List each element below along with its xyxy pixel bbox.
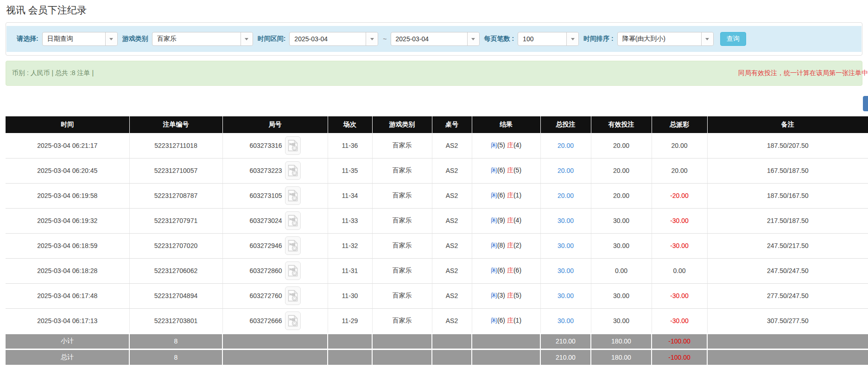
chevron-down-icon[interactable] (467, 32, 479, 45)
page-size-select[interactable]: 100 (518, 32, 579, 46)
total-row-empty-remark (707, 349, 868, 365)
page-size-label: 每页笔数 : (484, 35, 514, 43)
round-id: 603272860 (249, 267, 282, 274)
payout: 20.00 (652, 158, 707, 183)
video-record-icon[interactable] (285, 261, 301, 280)
video-record-icon[interactable] (285, 286, 301, 305)
subtotal-row-empty-game (372, 333, 432, 349)
date-to-picker[interactable]: 2025-03-04 (391, 32, 480, 46)
total-row-empty-result (472, 349, 540, 365)
video-record-icon[interactable] (285, 211, 301, 230)
result-banker: 庄 (507, 166, 513, 174)
bet-time: 2025-03-04 06:19:32 (6, 208, 129, 233)
total-bet-link[interactable]: 20.00 (540, 133, 591, 158)
round-id-cell: 603273024 (222, 208, 328, 233)
search-button[interactable]: 查询 (720, 32, 746, 46)
result-banker-score: (1) (513, 317, 521, 324)
table-row: 2025-03-04 06:19:58522312708787603273105… (6, 183, 868, 208)
valid-bet: 0.00 (591, 258, 652, 283)
summary-bar: 币别 : 人民币 | 总共 :8 注单 | 同局有效投注，统一计算在该局第一张注… (6, 61, 862, 86)
round-id: 603272666 (249, 317, 282, 324)
video-record-icon[interactable] (285, 161, 301, 180)
session: 11-32 (328, 233, 372, 258)
total-bet-link[interactable]: 30.00 (540, 233, 591, 258)
result-banker: 庄 (507, 292, 513, 299)
chevron-down-icon[interactable] (566, 32, 578, 45)
page-size-value: 100 (518, 35, 566, 43)
game-type: 百家乐 (372, 183, 432, 208)
result-banker: 庄 (507, 141, 513, 149)
result-player-score: (6) (497, 166, 505, 174)
table-id: AS2 (432, 233, 472, 258)
total-bet-link[interactable]: 20.00 (540, 158, 591, 183)
chevron-down-icon[interactable] (701, 32, 713, 45)
query-type-select[interactable]: 日期查询 (42, 32, 118, 46)
result-banker-score: (5) (513, 292, 521, 299)
video-record-icon[interactable] (285, 311, 301, 330)
table-id: AS2 (432, 258, 472, 283)
table-row: 2025-03-04 06:21:17522312711018603273316… (6, 133, 868, 158)
remark: 277.50/247.50 (707, 283, 868, 308)
total-bet-link[interactable]: 30.00 (540, 283, 591, 308)
session: 11-31 (328, 258, 372, 283)
remark: 247.50/217.50 (707, 233, 868, 258)
chevron-down-icon[interactable] (241, 32, 253, 45)
video-record-icon[interactable] (285, 236, 301, 255)
subtotal-row-empty-remark (707, 333, 868, 349)
game-type: 百家乐 (372, 133, 432, 158)
remark: 187.50/167.50 (707, 183, 868, 208)
result-banker-score: (4) (513, 216, 521, 224)
table-id: AS2 (432, 208, 472, 233)
total-bet-link[interactable]: 30.00 (540, 208, 591, 233)
total-bet-link[interactable]: 30.00 (540, 258, 591, 283)
total-bet-link[interactable]: 20.00 (540, 183, 591, 208)
table-row: 2025-03-04 06:17:48522312704894603272760… (6, 283, 868, 308)
game-type-select[interactable]: 百家乐 (152, 32, 253, 46)
session: 11-33 (328, 208, 372, 233)
game-type: 百家乐 (372, 208, 432, 233)
result-cell: 闲(5) 庄(4) (472, 133, 540, 158)
valid-bet: 30.00 (591, 233, 652, 258)
table-id: AS2 (432, 283, 472, 308)
game-type: 百家乐 (372, 308, 432, 333)
result-cell: 闲(6) 庄(6) (472, 258, 540, 283)
time-sort-select[interactable]: 降幂(由大到小) (617, 32, 714, 46)
video-record-icon[interactable] (285, 186, 301, 205)
chevron-down-icon[interactable] (105, 32, 117, 45)
bet-id: 522312707971 (129, 208, 222, 233)
session: 11-29 (328, 308, 372, 333)
chevron-down-icon[interactable] (366, 32, 378, 45)
result-player: 闲 (491, 242, 497, 249)
session: 11-35 (328, 158, 372, 183)
bet-records-table: 时间注单编号局号场次游戏类别桌号结果总投注有效投注总派彩备注 2025-03-0… (6, 116, 868, 365)
table-id: AS2 (432, 133, 472, 158)
result-cell: 闲(6) 庄(5) (472, 158, 540, 183)
bet-id: 522312710057 (129, 158, 222, 183)
session: 11-30 (328, 283, 372, 308)
table-id: AS2 (432, 183, 472, 208)
total-bet-link[interactable]: 30.00 (540, 308, 591, 333)
round-id: 603273223 (249, 167, 282, 174)
total-row-empty-session (328, 349, 372, 365)
date-to-value: 2025-03-04 (391, 35, 467, 43)
result-player: 闲 (491, 141, 497, 149)
table-row: 2025-03-04 06:20:45522312710057603273223… (6, 158, 868, 183)
bet-id: 522312707020 (129, 233, 222, 258)
game-type: 百家乐 (372, 258, 432, 283)
result-banker-score: (5) (513, 166, 521, 174)
result-player-score: (8) (497, 242, 505, 249)
remark: 167.50/187.50 (707, 158, 868, 183)
column-header-3: 场次 (328, 116, 372, 133)
partial-edge-button[interactable] (863, 96, 868, 111)
date-from-picker[interactable]: 2025-03-04 (289, 32, 378, 46)
column-header-4: 游戏类别 (372, 116, 432, 133)
result-player-score: (5) (497, 141, 505, 149)
bet-id: 522312708787 (129, 183, 222, 208)
currency-summary-text: 币别 : 人民币 | 总共 :8 注单 | (12, 69, 94, 77)
date-range-tilde: ~ (383, 35, 386, 43)
valid-bet: 30.00 (591, 208, 652, 233)
total-row-valid-bet: 180.00 (591, 349, 652, 365)
result-player-score: (6) (497, 317, 505, 324)
filter-panel: 请选择: 日期查询 游戏类别 百家乐 时间区间: 2025-03-04 ~ 20… (6, 22, 862, 56)
video-record-icon[interactable] (285, 136, 301, 155)
